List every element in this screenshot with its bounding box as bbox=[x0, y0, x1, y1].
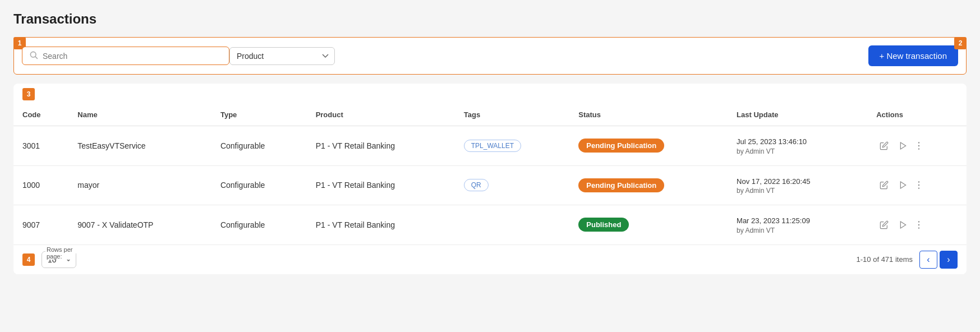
col-header-tags: Tags bbox=[455, 104, 570, 126]
cell-tags bbox=[455, 205, 570, 245]
cell-name: 9007 - X ValidateOTP bbox=[68, 205, 211, 245]
product-filter-select[interactable]: Product P1 - VT Retail Banking bbox=[229, 47, 335, 65]
actions-group bbox=[876, 218, 958, 232]
search-wrapper bbox=[22, 47, 229, 65]
edit-icon[interactable] bbox=[876, 139, 892, 153]
more-options-icon[interactable] bbox=[914, 218, 923, 232]
cell-last-update: Mar 23, 2023 11:25:09 by Admin VT bbox=[728, 205, 867, 245]
last-update-date: Mar 23, 2023 11:25:09 bbox=[737, 215, 858, 227]
cell-actions bbox=[867, 126, 967, 166]
col-header-product: Product bbox=[307, 104, 455, 126]
col-header-actions: Actions bbox=[867, 104, 967, 126]
play-icon[interactable] bbox=[895, 218, 911, 232]
svg-point-11 bbox=[918, 221, 919, 222]
svg-marker-6 bbox=[901, 182, 906, 188]
last-update-date: Jul 25, 2023 13:46:10 bbox=[737, 136, 858, 147]
section-4-badge: 4 bbox=[22, 253, 35, 266]
cell-type: Configurable bbox=[211, 126, 307, 166]
section-2-badge: 2 bbox=[954, 37, 967, 49]
col-header-code: Code bbox=[13, 104, 68, 126]
svg-point-7 bbox=[918, 181, 919, 182]
status-badge: Pending Publication bbox=[578, 178, 664, 192]
cell-name: mayor bbox=[68, 165, 211, 205]
tag-badge: TPL_WALLET bbox=[464, 140, 521, 152]
edit-icon[interactable] bbox=[876, 218, 892, 232]
last-update-date: Nov 17, 2022 16:20:45 bbox=[737, 176, 858, 187]
svg-point-12 bbox=[918, 224, 919, 225]
pagination-info: 1-10 of 471 items bbox=[857, 255, 913, 264]
cell-status: Published bbox=[569, 205, 728, 245]
cell-actions bbox=[867, 205, 967, 245]
more-options-icon[interactable] bbox=[914, 139, 923, 153]
cell-type: Configurable bbox=[211, 165, 307, 205]
svg-line-1 bbox=[35, 57, 38, 59]
col-header-status: Status bbox=[569, 104, 728, 126]
more-options-icon[interactable] bbox=[914, 178, 923, 192]
actions-group bbox=[876, 178, 958, 192]
chevron-left-icon: ‹ bbox=[927, 255, 930, 265]
cell-code: 3001 bbox=[13, 126, 68, 166]
pagination-controls: ‹ › bbox=[919, 251, 958, 269]
svg-point-4 bbox=[918, 145, 919, 146]
tag-badge: QR bbox=[464, 179, 489, 191]
cell-type: Configurable bbox=[211, 205, 307, 245]
cell-tags: QR bbox=[455, 165, 570, 205]
svg-marker-2 bbox=[901, 142, 906, 149]
pagination-next-button[interactable]: › bbox=[940, 251, 958, 269]
svg-point-9 bbox=[918, 188, 919, 189]
cell-code: 9007 bbox=[13, 205, 68, 245]
rows-per-page-wrapper: Rows per page: 5 10 25 50 bbox=[42, 251, 76, 268]
section-3-badge: 3 bbox=[22, 88, 35, 100]
pagination-prev-button[interactable]: ‹ bbox=[919, 251, 937, 269]
status-badge: Pending Publication bbox=[578, 139, 664, 153]
search-icon bbox=[29, 50, 43, 61]
cell-actions bbox=[867, 165, 967, 205]
page-title: Transactions bbox=[13, 11, 967, 27]
transactions-table: Code Name Type Product Tags Status Last … bbox=[13, 104, 967, 245]
edit-icon[interactable] bbox=[876, 178, 892, 192]
last-update-by: by Admin VT bbox=[737, 227, 858, 234]
transactions-table-container: 3 Code Name Type Product Tags Status Las… bbox=[13, 84, 967, 274]
table-row: 1000 mayor Configurable P1 - VT Retail B… bbox=[13, 165, 967, 205]
cell-product: P1 - VT Retail Banking bbox=[307, 205, 455, 245]
col-header-last-update: Last Update bbox=[728, 104, 867, 126]
cell-status: Pending Publication bbox=[569, 165, 728, 205]
svg-point-8 bbox=[918, 185, 919, 186]
svg-point-5 bbox=[918, 148, 919, 149]
table-row: 9007 9007 - X ValidateOTP Configurable P… bbox=[13, 205, 967, 245]
last-update-by: by Admin VT bbox=[737, 147, 858, 155]
status-badge: Published bbox=[578, 218, 629, 232]
col-header-type: Type bbox=[211, 104, 307, 126]
cell-name: TestEasyVTService bbox=[68, 126, 211, 166]
last-update-by: by Admin VT bbox=[737, 187, 858, 195]
new-transaction-button[interactable]: + New transaction bbox=[868, 45, 958, 66]
cell-code: 1000 bbox=[13, 165, 68, 205]
cell-tags: TPL_WALLET bbox=[455, 126, 570, 166]
search-input[interactable] bbox=[43, 52, 222, 61]
cell-product: P1 - VT Retail Banking bbox=[307, 165, 455, 205]
svg-point-3 bbox=[918, 142, 919, 143]
cell-last-update: Nov 17, 2022 16:20:45 by Admin VT bbox=[728, 165, 867, 205]
cell-status: Pending Publication bbox=[569, 126, 728, 166]
play-icon[interactable] bbox=[895, 178, 911, 192]
table-footer: 4 Rows per page: 5 10 25 50 1-10 of 471 … bbox=[13, 245, 967, 274]
svg-point-13 bbox=[918, 227, 919, 228]
cell-last-update: Jul 25, 2023 13:46:10 by Admin VT bbox=[728, 126, 867, 166]
svg-marker-10 bbox=[901, 222, 906, 228]
play-icon[interactable] bbox=[895, 139, 911, 153]
cell-product: P1 - VT Retail Banking bbox=[307, 126, 455, 166]
actions-group bbox=[876, 139, 958, 153]
rows-per-page-label: Rows per page: bbox=[45, 246, 76, 260]
table-row: 3001 TestEasyVTService Configurable P1 -… bbox=[13, 126, 967, 166]
chevron-right-icon: › bbox=[947, 255, 950, 265]
col-header-name: Name bbox=[68, 104, 211, 126]
